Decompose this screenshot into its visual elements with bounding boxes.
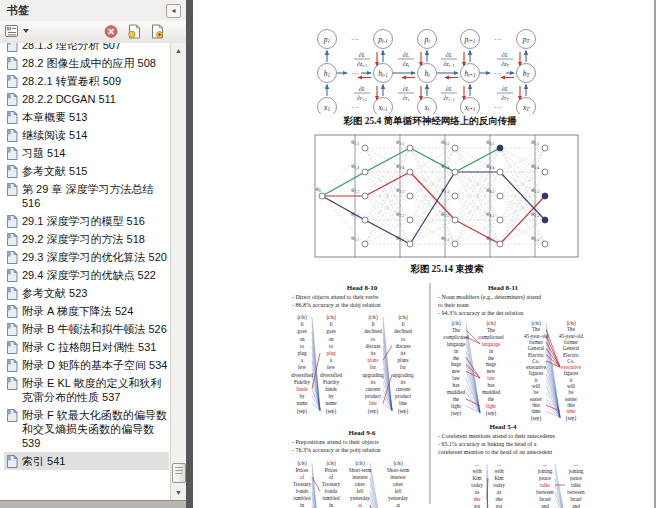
bookmark-item[interactable]: 29.2 深度学习的方法 518	[4, 230, 169, 248]
sidebar-scrollbar[interactable]: ▲ ▼	[170, 43, 186, 500]
delete-bookmark-button[interactable]	[104, 24, 118, 39]
bookmark-item[interactable]: 继续阅读 514	[4, 126, 169, 144]
bookmark-item[interactable]: 索引 541	[4, 452, 169, 470]
attention-token: name	[325, 400, 337, 406]
attention-token: got	[496, 503, 503, 508]
attention-token: current	[366, 386, 381, 392]
attention-token: fight	[486, 403, 496, 409]
bookmark-item[interactable]: 28.2 图像生成中的应用 508	[4, 54, 169, 72]
attention-token: will	[532, 383, 541, 389]
attention-token: fell	[395, 488, 402, 494]
attention-token: in	[300, 502, 304, 508]
attention-token: few	[298, 364, 306, 370]
bookmark-item[interactable]: 习题 514	[4, 144, 169, 162]
bookmark-label: 28.2.1 转置卷积 509	[22, 74, 121, 88]
attention-token: in	[489, 348, 493, 354]
attention-token: as	[475, 489, 479, 495]
attention-token: 45-year-old	[559, 333, 583, 339]
attention-token: (sep)	[451, 410, 462, 417]
bookmark-item[interactable]: 附录 C 拉格朗日对偶性 531	[4, 338, 169, 356]
pdf-reader-window: { "sidebar": { "title": "书签", "toolbar":…	[0, 0, 660, 508]
bookmark-page-icon	[6, 377, 18, 390]
attention-token: product	[395, 393, 411, 399]
bookmark-label: 29.2 深度学习的方法 518	[22, 232, 145, 246]
scroll-thumb[interactable]	[172, 463, 186, 483]
rnn-figure-caption: 彩图 25.4 简单循环神经网络上的反向传播	[297, 115, 563, 128]
svg-text:∂L: ∂L	[359, 52, 366, 58]
attention-token: goes	[297, 328, 307, 334]
bookmark-item[interactable]: 29.1 深度学习的模型 516	[4, 212, 169, 230]
bookmark-label: 29.3 深度学习的优化算法 520	[22, 250, 167, 264]
attention-token: muddied	[482, 389, 501, 395]
add-bookmark-button[interactable]	[150, 24, 164, 39]
bookmark-item[interactable]: 28.2.2 DCGAN 511	[4, 90, 169, 108]
bookmark-label: 第 29 章 深度学习方法总结 516	[22, 182, 169, 210]
bookmarks-toolbar	[0, 21, 186, 44]
svg-text:∂L: ∂L	[403, 86, 410, 92]
attention-token: (sep)	[566, 415, 577, 422]
attention-token: the	[453, 355, 460, 361]
new-bookmark-button[interactable]	[127, 24, 141, 39]
bookmark-item[interactable]: 29.4 深度学习的优缺点 522	[4, 266, 169, 284]
attention-token: goes	[326, 328, 336, 334]
attention-token: Short-term	[387, 467, 409, 473]
attention-token: to	[300, 343, 304, 349]
bookmark-item[interactable]: 29.3 深度学习的优化算法 520	[4, 248, 169, 266]
attention-token: Short-term	[349, 467, 371, 473]
bookmark-page-icon	[6, 455, 18, 468]
bookmark-item[interactable]: 附录 A 梯度下降法 524	[4, 302, 169, 320]
attention-token: new	[452, 368, 461, 374]
attention-token: diversified	[291, 372, 314, 378]
bookmark-item[interactable]: 参考文献 515	[4, 162, 169, 180]
collapse-panel-button[interactable]: ◂	[166, 4, 181, 18]
attention-token: to	[401, 336, 405, 342]
bookmark-item[interactable]: 附录 D 矩阵的基本子空间 534	[4, 356, 169, 374]
attention-token: with	[472, 468, 482, 474]
attention-token: declined	[394, 328, 412, 334]
bookmark-label: 28.2 图像生成中的应用 508	[22, 56, 156, 70]
attention-token: line	[399, 400, 407, 406]
attention-token: few	[327, 364, 335, 370]
attention-token: declined	[364, 328, 382, 334]
attention-token: tumbled	[293, 495, 310, 501]
attention-token: talks	[571, 482, 581, 488]
attention-token: The	[487, 327, 496, 333]
svg-text:∂zt+1: ∂zt+1	[443, 61, 454, 68]
bookmark-item[interactable]: 28.1.3 理论分析 507	[4, 43, 169, 54]
attention-head-bullet: - Noun modifiers (e.g., determiners) att…	[438, 294, 541, 301]
bookmark-item[interactable]: 28.2.1 转置卷积 509	[4, 72, 169, 90]
attention-token: be	[569, 389, 575, 395]
attention-token: upgrading	[392, 372, 413, 378]
bookmark-options-button[interactable]	[5, 25, 29, 38]
attention-token: this	[567, 402, 575, 408]
attention-token: on	[299, 336, 305, 342]
attention-token: The	[532, 326, 541, 332]
attention-token: ...	[497, 461, 501, 467]
svg-text:···: ···	[494, 69, 502, 78]
svg-text:∂zt-1: ∂zt-1	[357, 61, 367, 68]
attention-token: its	[371, 379, 376, 385]
bookmark-item[interactable]: 附录 F 软最大化函数的偏导数和交叉熵损失函数的偏导数 539	[4, 406, 169, 452]
attention-token: a	[330, 357, 333, 363]
bookmark-item[interactable]: 参考文献 523	[4, 284, 169, 302]
attention-token: language	[447, 341, 466, 347]
scroll-up-button[interactable]: ▲	[171, 43, 186, 58]
attention-token: tumbled	[322, 495, 339, 501]
bookmark-item[interactable]: 第 29 章 深度学习方法总结 516	[4, 180, 169, 212]
attention-token: its	[401, 350, 406, 356]
attention-token: rates	[393, 481, 403, 487]
attention-token: complicated	[478, 334, 504, 340]
attention-token: discuss	[396, 343, 411, 349]
bookmark-item[interactable]: 本章概要 513	[4, 108, 169, 126]
bookmark-item[interactable]: 附录 E KL 散度的定义和狄利克雷分布的性质 537	[4, 374, 169, 406]
bookmark-item[interactable]: 附录 B 牛顿法和拟牛顿法 526	[4, 320, 169, 338]
attention-token: at	[358, 502, 362, 508]
scroll-down-button[interactable]: ▼	[171, 485, 186, 500]
attention-token: (cls)	[297, 460, 306, 467]
attention-token: joining	[568, 468, 584, 474]
attention-token: (sep)	[531, 415, 542, 422]
panel-splitter[interactable]	[186, 0, 193, 508]
bookmark-label: 28.1.3 理论分析 507	[22, 43, 121, 52]
attention-token: easier	[530, 396, 542, 402]
attention-token: in	[329, 502, 333, 508]
